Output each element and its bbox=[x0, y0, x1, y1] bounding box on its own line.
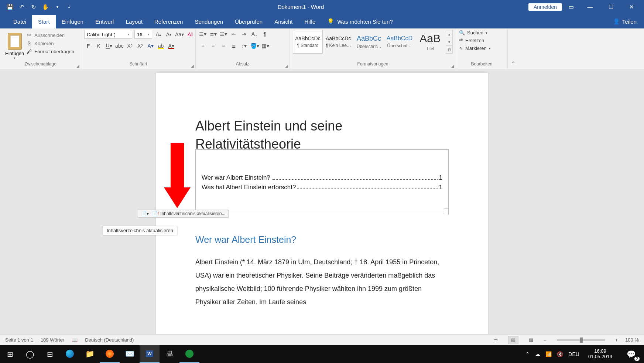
taskbar-mail[interactable]: ✉️ bbox=[120, 345, 140, 363]
toc-options-dropdown[interactable]: 📄▾ bbox=[141, 211, 149, 216]
heading-2[interactable]: Wer war Albert Einstein? bbox=[195, 234, 449, 245]
format-painter-button[interactable]: 🖌Format übertragen bbox=[26, 48, 74, 54]
style-heading1[interactable]: AaBbCcÜberschrif… bbox=[354, 30, 384, 54]
numbering-button[interactable]: ≣▾ bbox=[209, 30, 217, 38]
toc-entry[interactable]: Wer war Albert Einstein? 1 bbox=[202, 174, 442, 182]
cut-button[interactable]: ✂Ausschneiden bbox=[26, 32, 74, 38]
wifi-icon[interactable]: 📶 bbox=[545, 351, 552, 357]
sign-in-button[interactable]: Anmelden bbox=[528, 3, 562, 11]
dialog-launcher-icon[interactable]: ◢ bbox=[285, 64, 288, 68]
language-indicator[interactable]: Deutsch (Deutschland) bbox=[85, 337, 134, 343]
tab-datei[interactable]: Datei bbox=[7, 15, 32, 28]
zoom-in-button[interactable]: + bbox=[615, 337, 618, 343]
copy-button[interactable]: ⎘Kopieren bbox=[26, 40, 74, 46]
volume-icon[interactable]: 🔇 bbox=[557, 351, 563, 357]
action-center-button[interactable]: 💬 2 bbox=[621, 345, 641, 363]
zoom-slider[interactable] bbox=[557, 339, 605, 341]
document-title[interactable]: Albert Einstein und seine Relativitätsth… bbox=[195, 117, 449, 153]
qat-customize-icon[interactable]: ▾ bbox=[53, 3, 61, 11]
tab-ansicht[interactable]: Ansicht bbox=[268, 15, 298, 28]
tray-overflow-icon[interactable]: ⌃ bbox=[525, 351, 530, 357]
taskbar-printer[interactable]: 🖶 bbox=[160, 345, 179, 363]
style-title[interactable]: AaBTitel bbox=[415, 30, 445, 54]
toc-resize-handle[interactable] bbox=[444, 208, 449, 215]
style-kein-leerraum[interactable]: AaBbCcDc¶ Kein Lee… bbox=[323, 30, 353, 54]
dialog-launcher-icon[interactable]: ◢ bbox=[451, 64, 454, 68]
dialog-launcher-icon[interactable]: ◢ bbox=[191, 64, 194, 68]
bold-button[interactable]: F bbox=[84, 42, 92, 50]
underline-button[interactable]: U▾ bbox=[105, 42, 113, 50]
line-spacing-button[interactable]: ↕▾ bbox=[240, 42, 248, 50]
onedrive-icon[interactable]: ☁ bbox=[535, 351, 540, 357]
tab-hilfe[interactable]: Hilfe bbox=[298, 15, 321, 28]
paste-button[interactable]: Einfügen ▾ bbox=[3, 30, 26, 60]
taskbar-edge[interactable] bbox=[60, 345, 80, 363]
borders-button[interactable]: ▦▾ bbox=[261, 42, 270, 50]
tell-me-search[interactable]: 💡 Was möchten Sie tun? bbox=[321, 14, 398, 28]
text-effects-button[interactable]: A▾ bbox=[147, 42, 155, 50]
maximize-button[interactable]: ☐ bbox=[601, 0, 620, 14]
increase-indent-button[interactable]: ⇥ bbox=[240, 30, 248, 38]
document-canvas[interactable]: Albert Einstein und seine Relativitätsth… bbox=[0, 69, 644, 334]
read-mode-button[interactable]: ▭ bbox=[490, 336, 501, 344]
ribbon-display-options-icon[interactable]: ▭ bbox=[564, 0, 579, 14]
input-language[interactable]: DEU bbox=[568, 351, 579, 357]
web-layout-button[interactable]: ▦ bbox=[526, 336, 536, 344]
font-size-combo[interactable]: 16▾ bbox=[134, 30, 152, 39]
strikethrough-button[interactable]: abc bbox=[115, 42, 124, 50]
superscript-button[interactable]: X2 bbox=[136, 42, 144, 50]
replace-button[interactable]: ᵃᵇErsetzen bbox=[459, 38, 484, 43]
toc-update-button[interactable]: 📄! Inhaltsverzeichnis aktualisieren... bbox=[149, 211, 228, 216]
subscript-button[interactable]: X2 bbox=[126, 42, 134, 50]
clear-formatting-button[interactable]: A⃠ bbox=[186, 30, 194, 38]
styles-scroll[interactable]: ▴▾⊟ bbox=[446, 30, 453, 54]
touch-mode-icon[interactable]: ✋ bbox=[41, 3, 49, 11]
font-name-combo[interactable]: Calibri Light (▾ bbox=[84, 30, 132, 39]
tab-einfuegen[interactable]: Einfügen bbox=[56, 15, 89, 28]
taskbar-explorer[interactable]: 📁 bbox=[80, 345, 100, 363]
decrease-indent-button[interactable]: ⇤ bbox=[230, 30, 238, 38]
word-count[interactable]: 189 Wörter bbox=[41, 337, 64, 343]
taskbar-word[interactable]: W bbox=[140, 345, 160, 363]
tab-ueberpruefen[interactable]: Überprüfen bbox=[229, 15, 268, 28]
multilevel-list-button[interactable]: ☱▾ bbox=[219, 30, 227, 38]
font-color-button[interactable]: A▾ bbox=[167, 42, 175, 50]
toc-entry[interactable]: Was hat Albert Einstein erforscht? 1 bbox=[202, 184, 442, 191]
start-button[interactable]: ⊞ bbox=[0, 345, 20, 363]
highlight-button[interactable]: ab bbox=[157, 42, 165, 50]
taskbar-app-green[interactable] bbox=[179, 345, 199, 363]
collapse-ribbon-button[interactable]: ⌃ bbox=[508, 28, 518, 69]
taskbar-firefox[interactable] bbox=[100, 345, 120, 363]
clock[interactable]: 16:09 01.05.2019 bbox=[585, 349, 616, 360]
change-case-button[interactable]: Aa▾ bbox=[175, 30, 184, 38]
select-button[interactable]: ↖Markieren▾ bbox=[459, 45, 491, 51]
show-formatting-button[interactable]: ¶ bbox=[261, 30, 269, 38]
tab-sendungen[interactable]: Sendungen bbox=[189, 15, 229, 28]
qat-overflow-icon[interactable]: ⇣ bbox=[65, 3, 73, 11]
print-layout-button[interactable]: ▤ bbox=[508, 336, 518, 344]
page-indicator[interactable]: Seite 1 von 1 bbox=[5, 337, 33, 343]
align-left-button[interactable]: ≡ bbox=[199, 42, 207, 50]
redo-icon[interactable]: ↻ bbox=[30, 3, 38, 11]
find-button[interactable]: 🔍Suchen▾ bbox=[459, 30, 487, 35]
share-button[interactable]: 👤 Teilen bbox=[606, 18, 644, 28]
style-heading2[interactable]: AaBbCcDÜberschrif… bbox=[384, 30, 414, 54]
zoom-out-button[interactable]: – bbox=[544, 337, 546, 343]
tab-start[interactable]: Start bbox=[32, 15, 56, 28]
shrink-font-button[interactable]: A▾ bbox=[165, 30, 173, 38]
zoom-level[interactable]: 100 % bbox=[625, 337, 639, 343]
style-standard[interactable]: AaBbCcDc¶ Standard bbox=[293, 30, 323, 54]
shading-button[interactable]: 🪣▾ bbox=[250, 42, 259, 50]
minimize-button[interactable]: — bbox=[580, 0, 600, 14]
italic-button[interactable]: K bbox=[95, 42, 103, 50]
proofing-icon[interactable]: 📖 bbox=[72, 337, 78, 343]
close-button[interactable]: ✕ bbox=[622, 0, 641, 14]
task-view-button[interactable]: ⊟ bbox=[40, 345, 60, 363]
toc-field[interactable]: Wer war Albert Einstein? 1 Was hat Alber… bbox=[195, 149, 449, 212]
justify-button[interactable]: ≣ bbox=[230, 42, 238, 50]
tab-layout[interactable]: Layout bbox=[120, 15, 148, 28]
dialog-launcher-icon[interactable]: ◢ bbox=[76, 64, 79, 68]
sort-button[interactable]: A↓ bbox=[250, 30, 258, 38]
tab-entwurf[interactable]: Entwurf bbox=[89, 15, 120, 28]
save-icon[interactable]: 💾 bbox=[6, 3, 14, 11]
